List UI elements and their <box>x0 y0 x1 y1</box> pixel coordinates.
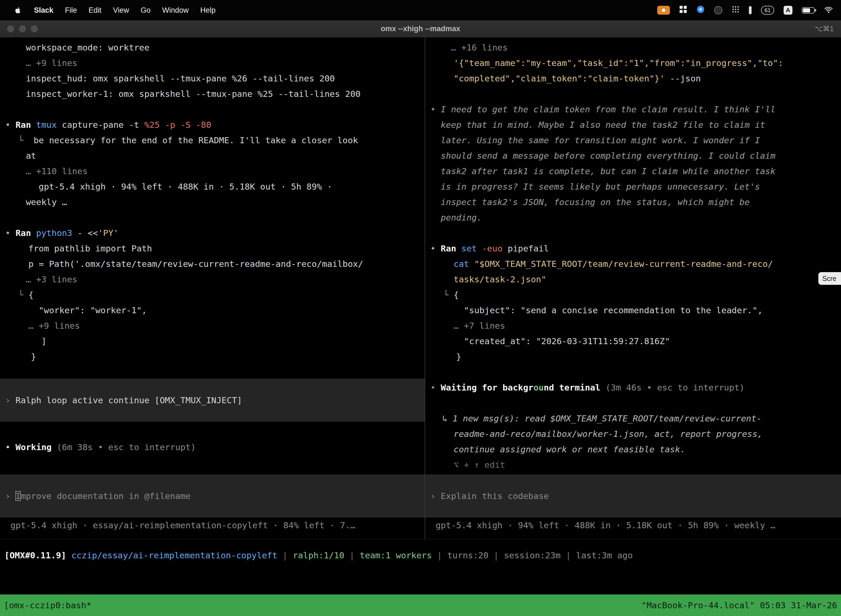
text-segment: ] <box>41 336 47 346</box>
text-segment: at <box>26 151 36 161</box>
terminal-line: • Working (6m 38s • esc to interrupt) <box>0 439 425 455</box>
text-segment: mprove documentation in @filename <box>21 491 190 501</box>
terminal-line <box>425 225 841 241</box>
text-segment: from pathlib import Path <box>28 243 152 253</box>
menu-item-window[interactable]: Window <box>162 6 189 14</box>
text-segment: } <box>456 352 462 362</box>
text-segment: gpt-5.4 xhigh · 94% left · 488K in · 5.1… <box>436 520 776 530</box>
slim-status-icon[interactable] <box>749 6 752 14</box>
text-segment: task2 after task1 is complete, but can I… <box>441 166 775 176</box>
tmux-status-bar: [omx-cczip0:bash* "MacBook-Pro-44.local"… <box>0 594 841 616</box>
terminal-line: "subject": "send a concise recommendatio… <box>425 302 841 318</box>
menu-item-edit[interactable]: Edit <box>89 6 101 14</box>
wifi-icon[interactable] <box>824 5 833 15</box>
terminal-line: is in progress? It seems likely but perh… <box>425 179 841 194</box>
omx-status-segment: | <box>344 550 360 560</box>
omx-status-segment: turns:20 <box>447 550 488 560</box>
text-segment: └ <box>18 135 34 145</box>
text-segment: └ <box>443 290 454 300</box>
screen-overlay-chip[interactable]: Scre <box>818 272 841 285</box>
prompt-input[interactable]: › Improve documentation in @filename <box>0 474 425 518</box>
text-segment: inspect task2's JSON, focusing on the st… <box>441 197 750 207</box>
screen-recording-indicator[interactable] <box>657 6 670 15</box>
menu-item-go[interactable]: Go <box>141 6 151 14</box>
zoom-button[interactable] <box>31 25 38 32</box>
text-segment: inspect_worker-1: omx sparkshell --tmux-… <box>26 89 360 99</box>
terminal-line: gpt-5.4 xhigh · 94% left · 488K in · 5.1… <box>0 179 425 194</box>
app-menu-slack[interactable]: Slack <box>34 6 54 15</box>
prompt-input[interactable]: › Explain this codebase <box>425 474 841 518</box>
menu-bar: Slack FileEditViewGoWindowHelp 61 A <box>0 0 841 21</box>
text-segment: └ <box>18 290 28 300</box>
terminal-line: ⌥ + ↑ edit <box>425 457 841 472</box>
omx-status-line: [OMX#0.11.9] cczip/essay/ai-reimplementa… <box>0 547 841 563</box>
text-segment: (6m 38s • esc to interrupt) <box>57 442 196 452</box>
omx-status-segment: | <box>488 550 504 560</box>
text-segment: … +16 lines <box>451 43 508 53</box>
text-segment: "worker": "worker-1", <box>39 305 147 315</box>
text-segment: %25 -p -S -80 <box>144 120 211 130</box>
text-segment: pending. <box>441 213 482 223</box>
tmux-pane-left[interactable]: workspace_mode: worktree… +9 linesinspec… <box>0 38 425 539</box>
terminal-line: gpt-5.4 xhigh · essay/ai-reimplementatio… <box>0 518 425 533</box>
text-segment: 'PY' <box>98 228 119 238</box>
terminal-line: inspect_worker-1: omx sparkshell --tmux-… <box>0 86 425 101</box>
text-segment: set <box>462 243 482 253</box>
terminal-line <box>0 101 425 117</box>
window-shortcut: ⌥⌘1 <box>815 25 834 33</box>
text-segment: nd terminal <box>544 383 606 392</box>
terminal-line: • Waiting for background terminal (3m 46… <box>425 380 841 395</box>
menu-item-file[interactable]: File <box>65 6 77 14</box>
text-segment: • <box>5 228 15 238</box>
text-segment: Ran <box>15 120 36 130</box>
menu-bar-status-icons: 61 A <box>657 5 833 15</box>
text-segment: should send a message before completing … <box>441 151 775 161</box>
terminal-app-icon[interactable] <box>714 6 722 14</box>
stat-badge[interactable]: 61 <box>761 6 774 15</box>
text-segment: … +3 lines <box>26 274 78 284</box>
tmux-session-window: [omx-cczip0:bash* <box>4 600 91 610</box>
text-segment: tmux <box>36 120 62 130</box>
blue-app-icon[interactable] <box>696 5 705 15</box>
close-button[interactable] <box>7 25 14 32</box>
tmux-pane-right[interactable]: … +16 lines'{"team_name":"my-team","task… <box>425 38 841 539</box>
text-segment: - << <box>77 228 98 238</box>
text-segment: › <box>5 491 15 501</box>
text-segment: Ran <box>441 243 462 253</box>
terminal-line: keep that in mind. Maybe I also need the… <box>425 117 841 132</box>
ralph-loop-banner[interactable]: › Ralph loop active continue [OMX_TMUX_I… <box>0 378 425 422</box>
text-segment: … +110 lines <box>26 166 88 176</box>
menu-item-help[interactable]: Help <box>200 6 216 14</box>
text-segment: } <box>31 352 36 362</box>
text-segment: Explain this codebase <box>441 491 549 501</box>
terminal-line: } <box>425 349 841 364</box>
terminal-line <box>425 86 841 101</box>
model-status-line: gpt-5.4 xhigh · essay/ai-reimplementatio… <box>0 518 425 533</box>
terminal-line: … +7 lines <box>425 318 841 333</box>
terminal-line: task2 after task1 is complete, but can I… <box>425 163 841 179</box>
dots-grid-icon[interactable] <box>732 6 740 15</box>
model-status-line: gpt-5.4 xhigh · 94% left · 488K in · 5.1… <box>425 518 841 533</box>
window-grid-icon[interactable] <box>679 6 687 15</box>
apple-menu-icon[interactable] <box>14 6 22 15</box>
terminal-line: later. Using the same for transition mig… <box>425 132 841 148</box>
terminal-line: • Ran set -euo pipefail <box>425 241 841 256</box>
menu-item-view[interactable]: View <box>113 6 129 14</box>
text-segment: ou <box>533 383 544 392</box>
terminal-line: gpt-5.4 xhigh · 94% left · 488K in · 5.1… <box>425 518 841 533</box>
terminal-line: cat "$OMX_TEAM_STATE_ROOT/team/review-cu… <box>425 256 841 271</box>
terminal-line: … +110 lines <box>0 163 425 179</box>
text-segment: --json <box>670 73 701 84</box>
battery-icon[interactable] <box>802 7 815 13</box>
text-segment: p = Path('.omx/state/team/review-current… <box>28 259 363 269</box>
text-segment: "subject": "send a concise recommendatio… <box>464 305 763 315</box>
text-segment: • <box>431 243 441 253</box>
terminal-line <box>425 395 841 411</box>
window-title-bar[interactable]: omx --xhigh --madmax ⌥⌘1 <box>0 21 841 38</box>
input-source-icon[interactable]: A <box>784 6 793 15</box>
menu-items: FileEditViewGoWindowHelp <box>65 6 227 15</box>
text-segment: tasks/task-2.json" <box>454 274 547 284</box>
terminal-line: … +16 lines <box>425 40 841 55</box>
working-status: • Working (6m 38s • esc to interrupt) <box>0 439 425 455</box>
minimize-button[interactable] <box>19 25 26 32</box>
